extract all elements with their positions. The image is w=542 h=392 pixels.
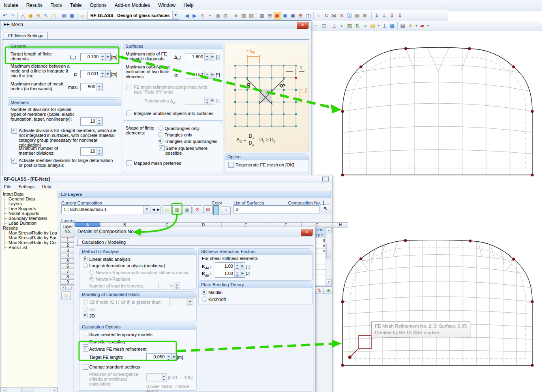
- printout-icon[interactable]: ▥: [248, 12, 255, 19]
- scroll-right-icon[interactable]: ►: [52, 388, 58, 392]
- spreadsheet-icon[interactable]: ▦: [68, 12, 76, 19]
- next-composition-icon[interactable]: ▸: [156, 205, 161, 214]
- tree-max-stress-surface[interactable]: Max Stress/Ratio by Surface: [4, 235, 57, 240]
- composition-select[interactable]: 1 | Schichtenaufbau 1 ▼: [61, 205, 150, 214]
- layer-row-7[interactable]: 7: [60, 269, 75, 274]
- fe-mesh-nodes-icon[interactable]: ▣: [281, 12, 289, 19]
- spinner-arrows[interactable]: [96, 118, 102, 125]
- menu-calculate[interactable]: lculate: [0, 1, 22, 10]
- large-deformation-radio[interactable]: [83, 263, 88, 268]
- tree-hscrollbar[interactable]: ◄ ►: [0, 387, 58, 392]
- layer-no-header[interactable]: LayerNo.: [60, 222, 75, 239]
- daylight-icon[interactable]: ☼: [79, 12, 86, 19]
- results-tables-icon[interactable]: ▥: [240, 12, 248, 19]
- delete-composition-icon[interactable]: ✕: [193, 205, 202, 214]
- menu-table[interactable]: Table: [66, 1, 86, 10]
- redo-icon[interactable]: ↷: [9, 12, 16, 19]
- spinner-arrows[interactable]: [234, 270, 240, 277]
- scroll-down-icon[interactable]: ▼: [326, 279, 332, 285]
- layer-row-9[interactable]: 9: [60, 279, 75, 285]
- fe-mesh-dialog-titlebar[interactable]: FE Mesh: [0, 21, 311, 29]
- menu-file[interactable]: File: [0, 183, 15, 190]
- tree-boundary-members[interactable]: Boundary Members: [4, 216, 57, 221]
- min-divisions-input[interactable]: 10: [80, 147, 103, 156]
- edit-composition-icon[interactable]: ▦: [172, 205, 182, 214]
- table-vscrollbar[interactable]: ▲ ▼: [326, 227, 332, 285]
- tree-layers[interactable]: Layers: [4, 201, 57, 206]
- detail-arrow-icon[interactable]: ▶: [210, 71, 215, 79]
- tab-calculation-modeling[interactable]: Calculation / Modeling: [77, 239, 130, 245]
- spinner-arrows[interactable]: [204, 71, 210, 79]
- spinner-arrows[interactable]: [204, 97, 210, 104]
- export-table-icon[interactable]: ⊞: [324, 286, 333, 294]
- spinner-arrows[interactable]: [234, 263, 240, 270]
- straight-members-checkbox[interactable]: [11, 128, 17, 134]
- generate-mesh-icon[interactable]: ▩: [258, 12, 266, 19]
- table-hscrollbar[interactable]: ◄: [60, 285, 75, 290]
- detail-arrow-icon[interactable]: ▶: [105, 70, 110, 78]
- delete-all-compositions-icon[interactable]: ⊠: [203, 205, 213, 214]
- printout-report-icon[interactable]: ▤: [399, 22, 407, 30]
- tree-results[interactable]: Results: [2, 226, 57, 230]
- menu-tools[interactable]: Tools: [47, 1, 66, 10]
- layer-row-8[interactable]: 8: [60, 274, 75, 279]
- layer-row-5[interactable]: 5: [60, 258, 75, 264]
- triangles-quadrangles-radio[interactable]: [158, 138, 163, 144]
- color-scale-icon[interactable]: ▰: [418, 22, 426, 30]
- newton-raphson-radio[interactable]: [89, 276, 94, 281]
- pan-tool-icon[interactable]: ⌐: [312, 22, 320, 30]
- detail-arrow-icon[interactable]: ▶: [210, 53, 215, 61]
- max-distance-input[interactable]: 0.001 ▶: [80, 70, 111, 78]
- tree-general-data[interactable]: General Data: [4, 196, 57, 201]
- chevron-down-icon[interactable]: ▼: [143, 206, 150, 214]
- load-increments-input[interactable]: 5: [159, 282, 180, 290]
- deformation-icon[interactable]: ⊥: [330, 22, 338, 30]
- layer-row-6[interactable]: 6: [60, 264, 75, 269]
- modify-object-icon[interactable]: △: [19, 12, 27, 19]
- scroll-left-icon[interactable]: ◄: [1, 388, 6, 392]
- divisions-input[interactable]: 10: [80, 117, 103, 126]
- same-squares-checkbox[interactable]: [159, 145, 165, 151]
- large-deformation-checkbox[interactable]: [11, 158, 17, 164]
- new-composition-icon[interactable]: ▭: [163, 205, 172, 214]
- chevron-down-icon[interactable]: ▼: [426, 22, 430, 30]
- module-selector[interactable]: RF-GLASS - Design of glass surfaces ▼: [88, 11, 179, 20]
- menu-results[interactable]: Results: [22, 1, 47, 10]
- layer-row-1[interactable]: 1: [60, 237, 75, 243]
- scroll-thumb[interactable]: [21, 388, 34, 392]
- spinner-arrows[interactable]: [187, 298, 193, 306]
- chevron-down-icon[interactable]: ▼: [414, 22, 418, 30]
- visibility-icon[interactable]: ◎: [214, 12, 222, 19]
- menu-help[interactable]: Help: [180, 1, 198, 10]
- tree-parts-list[interactable]: Parts List: [4, 245, 57, 250]
- detail-arrow-icon[interactable]: ▶: [240, 263, 245, 270]
- regenerate-mesh-checkbox[interactable]: [228, 162, 234, 168]
- refinement-lines-checkbox[interactable]: [126, 85, 132, 90]
- relationship-input[interactable]: ▶: [185, 97, 215, 105]
- menu-options[interactable]: Options: [86, 1, 110, 10]
- wizard-icon[interactable]: ✶: [407, 22, 414, 30]
- color-swatch[interactable]: [213, 205, 219, 215]
- scroll-thumb[interactable]: [65, 286, 72, 290]
- close-icon[interactable]: [297, 22, 308, 29]
- spinner-arrows[interactable]: [166, 354, 171, 361]
- close-icon[interactable]: [301, 229, 313, 236]
- import-model-icon[interactable]: ⇓: [373, 12, 381, 19]
- loads-display-icon[interactable]: ≡: [232, 12, 240, 19]
- detail-arrow-icon[interactable]: ▶: [105, 53, 110, 61]
- result-vectors-icon[interactable]: ⇅: [353, 22, 361, 30]
- palette-icon[interactable]: ◔: [221, 206, 231, 215]
- rotate-icon[interactable]: ↻: [323, 12, 330, 19]
- grab-icon[interactable]: ⊡: [320, 22, 328, 30]
- precision-input[interactable]: [146, 373, 167, 381]
- mirror-icon[interactable]: ⋈: [330, 12, 338, 19]
- newton-raphson-const-radio[interactable]: [89, 270, 94, 275]
- scroll-up-icon[interactable]: ▲: [326, 228, 332, 233]
- triangles-radio[interactable]: [158, 132, 163, 137]
- tree-max-stress-loading[interactable]: Max Stress/Ratio by Loading: [4, 230, 57, 235]
- fe-mesh-settings-icon[interactable]: ▣: [274, 12, 281, 19]
- select-icon[interactable]: ↖: [42, 12, 50, 19]
- change-standard-checkbox[interactable]: [83, 364, 88, 370]
- spinner-arrows[interactable]: [204, 53, 210, 61]
- menu-addon-modules[interactable]: Add-on Modules: [111, 1, 154, 10]
